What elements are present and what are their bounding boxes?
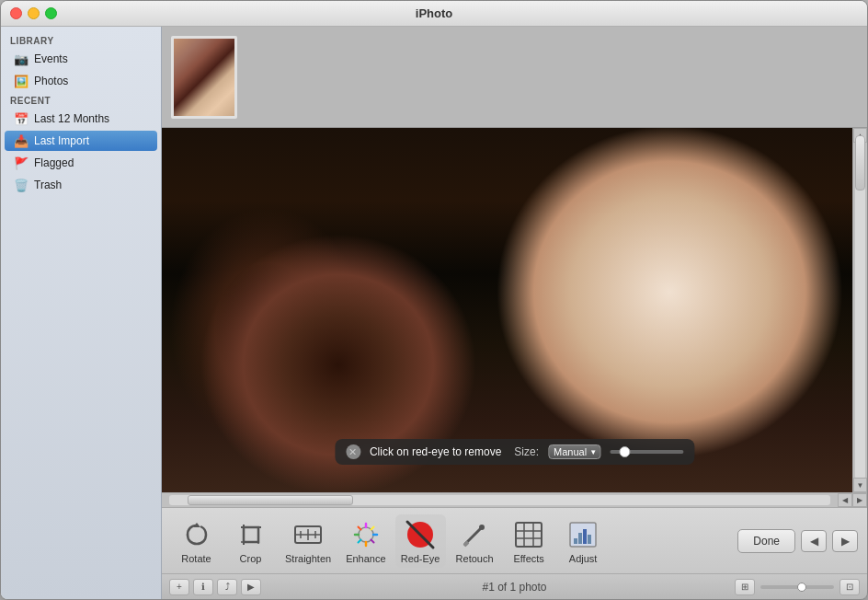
trash-icon: 🗑️ <box>14 178 29 192</box>
adjust-icon <box>566 518 600 551</box>
close-button[interactable] <box>10 7 22 19</box>
iphoto-window: iPhoto LIBRARY 📷 Events 🖼️ Photos RECENT… <box>0 0 868 600</box>
svg-line-18 <box>371 526 373 529</box>
titlebar: iPhoto <box>1 1 867 27</box>
sidebar-item-events-label: Events <box>34 52 68 65</box>
adjust-label: Adjust <box>569 553 598 564</box>
enhance-icon <box>349 518 383 551</box>
prev-photo-button[interactable]: ◀ <box>801 530 827 552</box>
svg-rect-34 <box>588 535 591 544</box>
photo-scene <box>162 128 867 492</box>
window-title: iPhoto <box>416 6 452 20</box>
sidebar-item-trash[interactable]: 🗑️ Trash <box>5 175 157 195</box>
crop-tool[interactable]: Crop <box>225 514 276 568</box>
maximize-button[interactable] <box>45 7 57 19</box>
sidebar: LIBRARY 📷 Events 🖼️ Photos RECENT 📅 Last… <box>1 27 162 599</box>
straighten-tool[interactable]: Straighten <box>280 514 337 568</box>
enhance-label: Enhance <box>346 553 385 564</box>
redeye-size-label: Size: <box>514 445 539 458</box>
flagged-icon: 🚩 <box>14 156 29 170</box>
sidebar-item-flagged[interactable]: 🚩 Flagged <box>5 153 157 173</box>
statusbar-left-buttons: + ℹ ⤴ ▶ <box>169 579 261 595</box>
photo-container: ✕ Click on red-eye to remove Size: Manua… <box>162 128 867 507</box>
scrollbar-thumb-h[interactable] <box>188 495 353 505</box>
photo-view[interactable]: ✕ Click on red-eye to remove Size: Manua… <box>162 128 867 492</box>
enhance-tool[interactable]: Enhance <box>340 514 391 568</box>
scrollbar-thumb-v[interactable] <box>855 135 865 190</box>
crop-label: Crop <box>240 553 262 564</box>
svg-rect-33 <box>583 529 587 544</box>
redeye-tooltip: ✕ Click on red-eye to remove Size: Manua… <box>335 439 694 465</box>
info-button[interactable]: ℹ <box>193 579 213 595</box>
redeye-tool[interactable]: Red-Eye <box>395 514 446 568</box>
size-slider[interactable] <box>610 450 683 454</box>
statusbar-right: ⊞ ⊡ <box>735 579 860 595</box>
content-area: ✕ Click on red-eye to remove Size: Manua… <box>162 27 867 599</box>
vertical-scrollbar[interactable]: ▲ ▼ ▼ <box>852 128 867 492</box>
crop-icon <box>234 518 268 551</box>
minimize-button[interactable] <box>28 7 40 19</box>
redeye-close-button[interactable]: ✕ <box>346 444 360 459</box>
scroll-h-arrows: ◀ ▶ <box>838 493 867 507</box>
scroll-down-arrow[interactable]: ▼ <box>853 478 867 492</box>
zoom-slider <box>760 585 834 589</box>
redeye-message: Click on red-eye to remove <box>370 445 501 458</box>
thumbnail-image <box>174 39 234 116</box>
retouch-icon <box>458 518 491 551</box>
svg-line-17 <box>371 539 373 542</box>
horizontal-scrollbar[interactable]: ◀ ▶ <box>162 492 867 507</box>
sidebar-item-photos[interactable]: 🖼️ Photos <box>5 71 157 91</box>
scrollbar-track-h <box>169 495 830 505</box>
size-slider-thumb <box>619 446 630 457</box>
toolbar-right: Done ◀ ▶ <box>737 529 858 553</box>
svg-rect-25 <box>516 523 542 547</box>
redeye-size-select[interactable]: Manual ▼ <box>548 444 600 459</box>
retouch-label: Retouch <box>456 553 494 564</box>
zoom-thumb <box>797 583 806 592</box>
sidebar-item-last12months[interactable]: 📅 Last 12 Months <box>5 109 157 129</box>
thumbnail[interactable] <box>171 36 237 119</box>
redeye-label: Red-Eye <box>401 553 440 564</box>
svg-line-19 <box>358 539 360 542</box>
sidebar-item-trash-label: Trash <box>34 179 62 191</box>
sidebar-item-events[interactable]: 📷 Events <box>5 49 157 69</box>
adjust-tool[interactable]: Adjust <box>558 514 609 568</box>
svg-rect-1 <box>244 527 258 542</box>
sidebar-item-photos-label: Photos <box>34 75 68 87</box>
grid-view-button[interactable]: ⊞ <box>735 579 755 595</box>
svg-point-23 <box>479 525 485 530</box>
svg-rect-31 <box>574 538 577 544</box>
add-button[interactable]: + <box>169 579 189 595</box>
statusbar: + ℹ ⤴ ▶ #1 of 1 photo ⊞ ⊡ <box>162 573 867 599</box>
done-button[interactable]: Done <box>737 529 795 553</box>
last12months-icon: 📅 <box>14 111 29 126</box>
effects-tool[interactable]: Effects <box>504 514 554 568</box>
rotate-tool[interactable]: Rotate <box>171 514 222 568</box>
traffic-lights <box>10 7 57 19</box>
svg-line-16 <box>358 526 360 529</box>
retouch-tool[interactable]: Retouch <box>450 514 500 568</box>
redeye-size-value: Manual <box>554 446 587 457</box>
scroll-right-arrow[interactable]: ▶ <box>852 493 867 507</box>
main-content: LIBRARY 📷 Events 🖼️ Photos RECENT 📅 Last… <box>1 27 867 599</box>
share-button[interactable]: ⤴ <box>217 579 237 595</box>
sidebar-item-last12months-label: Last 12 Months <box>34 112 109 125</box>
recent-header: RECENT <box>1 92 161 108</box>
photos-icon: 🖼️ <box>14 74 29 88</box>
redeye-icon <box>404 518 437 551</box>
edit-toolbar: Rotate Crop <box>162 507 867 573</box>
straighten-icon <box>291 518 325 551</box>
scrollbar-track-v <box>855 135 865 479</box>
sidebar-item-flagged-label: Flagged <box>34 156 74 169</box>
rotate-label: Rotate <box>181 553 211 564</box>
scroll-left-arrow[interactable]: ◀ <box>838 493 852 507</box>
sidebar-item-lastimport[interactable]: 📥 Last Import <box>5 131 157 151</box>
next-photo-button[interactable]: ▶ <box>832 530 858 552</box>
lastimport-icon: 📥 <box>14 133 29 148</box>
fullscreen-button[interactable]: ⊡ <box>839 579 860 595</box>
filmstrip <box>162 27 867 128</box>
effects-icon <box>512 518 545 551</box>
photo-count: #1 of 1 photo <box>482 581 546 594</box>
play-button[interactable]: ▶ <box>241 579 261 595</box>
zoom-track[interactable] <box>760 585 834 589</box>
